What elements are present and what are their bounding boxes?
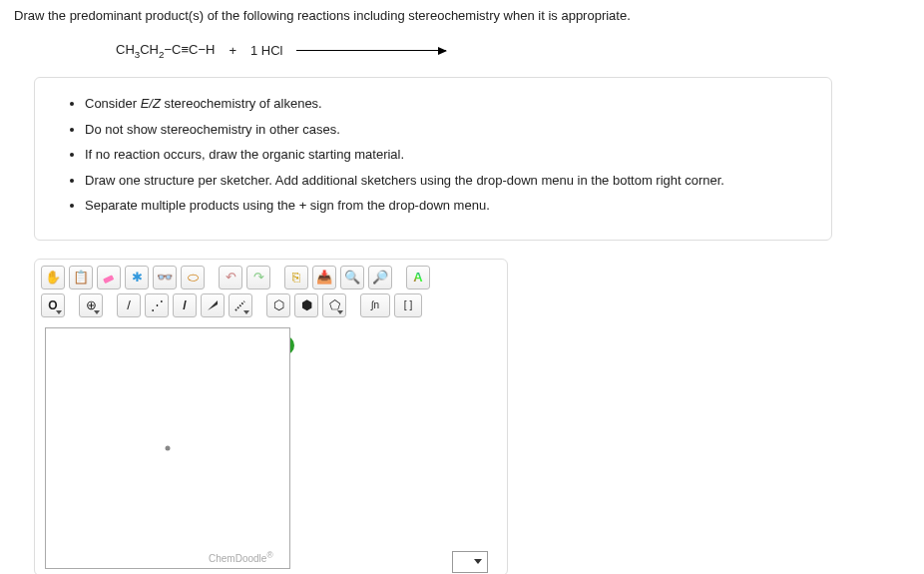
recessed-bond-icon: ⋰ xyxy=(151,297,164,312)
chain-button[interactable]: ∫n xyxy=(360,293,390,317)
zoom-in-button[interactable]: 🔍 xyxy=(340,266,364,289)
bold-bond-icon: / xyxy=(183,297,187,312)
zoom-out-button[interactable]: 🔎 xyxy=(368,266,392,289)
bracket-icon: [ ] xyxy=(404,299,412,310)
hints-list: Consider E/Z stereochemistry of alkenes.… xyxy=(55,94,811,216)
plus-charge-icon: ⊕ xyxy=(86,297,97,312)
hint-item: Separate multiple products using the + s… xyxy=(85,196,811,216)
paste-button[interactable]: 📥 xyxy=(312,266,336,289)
zoom-in-icon: 🔍 xyxy=(344,270,360,285)
hint-item: Consider E/Z stereochemistry of alkenes. xyxy=(85,94,811,114)
reaction-equation: CH3CH2−C≡C−H + 1 HCl xyxy=(116,42,910,60)
lasso-button[interactable]: ⬭ xyxy=(181,266,205,289)
zoom-out-icon: 🔎 xyxy=(372,270,388,285)
undo-button[interactable]: ↶ xyxy=(219,266,242,289)
bold-bond-button[interactable]: / xyxy=(173,293,197,317)
wedge-bond-button[interactable] xyxy=(201,293,225,317)
hint-item: Do not show stereochemistry in other cas… xyxy=(85,120,811,140)
benzene-icon: ⬢ xyxy=(301,297,312,312)
wedge-icon xyxy=(205,297,221,313)
cyclopentane-button[interactable]: ⬠ xyxy=(322,293,346,317)
hints-box: Consider E/Z stereochemistry of alkenes.… xyxy=(34,77,832,241)
asterisk-icon: ✱ xyxy=(132,270,143,285)
center-button[interactable]: ✱ xyxy=(125,266,149,289)
toolbar-row-1: ✋ 📋 ✱ 👓 ⬭ ↶ ↷ ⎘ 📥 🔍 🔎 A xyxy=(41,266,501,289)
clipboard-icon: 📋 xyxy=(73,270,89,285)
view-button[interactable]: 👓 xyxy=(153,266,177,289)
chemdoodle-watermark: ChemDoodle® xyxy=(209,550,273,564)
hint-item: Draw one structure per sketcher. Add add… xyxy=(85,171,811,191)
pentagon-icon: ⬠ xyxy=(329,297,340,312)
clipboard-button[interactable]: 📋 xyxy=(69,266,93,289)
hexagon-icon: ⬡ xyxy=(273,297,284,312)
lasso-icon: ⬭ xyxy=(188,270,199,286)
canvas-seed-atom[interactable] xyxy=(166,445,171,450)
hash-icon xyxy=(232,297,248,313)
question-prompt: Draw the predominant product(s) of the f… xyxy=(14,6,910,26)
element-picker-button[interactable]: O xyxy=(41,293,65,317)
benzene-button[interactable]: ⬢ xyxy=(294,293,318,317)
single-bond-button[interactable]: / xyxy=(117,293,141,317)
redo-button[interactable]: ↷ xyxy=(246,266,270,289)
cyclohexane-button[interactable]: ⬡ xyxy=(266,293,290,317)
reactant-formula: CH3CH2−C≡C−H xyxy=(116,42,215,60)
hashed-bond-button[interactable] xyxy=(229,293,252,317)
oxygen-element-label: O xyxy=(48,298,57,312)
hand-tool-button[interactable]: ✋ xyxy=(41,266,65,289)
canvas-area: ? ChemDoodle® xyxy=(41,327,501,569)
copy-button[interactable]: ⎘ xyxy=(284,266,308,289)
paste-icon: 📥 xyxy=(316,270,332,285)
style-icon: A xyxy=(413,270,422,285)
undo-icon: ↶ xyxy=(226,270,236,285)
toolbar-row-2: O ⊕ / ⋰ / ⬡ ⬢ ⬠ ∫n [ ] xyxy=(41,293,501,317)
hand-icon: ✋ xyxy=(45,270,61,285)
plus-sign: + xyxy=(229,43,236,58)
bracket-button[interactable]: [ ] xyxy=(394,293,422,317)
charge-picker-button[interactable]: ⊕ xyxy=(79,293,103,317)
reagent-formula: 1 HCl xyxy=(250,43,283,58)
drawing-canvas[interactable] xyxy=(45,327,290,569)
chain-icon: ∫n xyxy=(371,299,379,310)
recessed-bond-button[interactable]: ⋰ xyxy=(145,293,169,317)
redo-icon: ↷ xyxy=(253,270,264,285)
style-button[interactable]: A xyxy=(406,266,430,289)
single-bond-icon: / xyxy=(127,297,131,312)
eraser-icon xyxy=(101,270,117,286)
molecule-sketcher: ✋ 📋 ✱ 👓 ⬭ ↶ ↷ ⎘ 📥 🔍 🔎 A O ⊕ / ⋰ / ⬡ xyxy=(34,259,508,574)
svg-marker-1 xyxy=(208,300,218,310)
svg-rect-0 xyxy=(103,275,114,284)
reaction-arrow xyxy=(296,50,446,51)
glasses-icon: 👓 xyxy=(157,270,173,285)
add-sketcher-dropdown[interactable] xyxy=(452,551,488,573)
copy-icon: ⎘ xyxy=(292,270,300,285)
hint-item: If no reaction occurs, draw the organic … xyxy=(85,145,811,165)
eraser-button[interactable] xyxy=(97,266,121,289)
